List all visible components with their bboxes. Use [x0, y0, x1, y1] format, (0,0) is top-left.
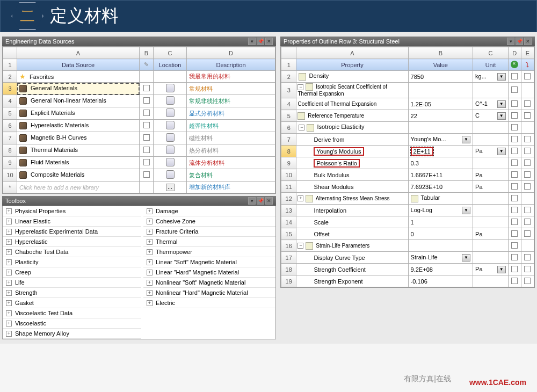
property-cell[interactable]: Display Curve Type — [296, 252, 408, 264]
suppress-cell[interactable] — [508, 275, 521, 287]
unit-cell[interactable] — [473, 275, 509, 287]
row-number[interactable]: 13 — [281, 205, 296, 216]
row-number[interactable]: 7 — [281, 134, 296, 146]
toolbox-item[interactable]: +Viscoelastic — [3, 318, 141, 329]
suppress-cell[interactable] — [508, 83, 521, 98]
unit-cell[interactable]: C▼ — [473, 110, 509, 122]
expand-icon[interactable]: + — [6, 300, 12, 306]
suppress-cell[interactable] — [508, 134, 521, 146]
row-number[interactable]: 6 — [281, 122, 296, 134]
value-cell[interactable]: 0.3 — [408, 157, 473, 169]
data-source-cell[interactable]: Magnetic B-H Curves — [17, 132, 140, 144]
expand-icon[interactable]: + — [6, 310, 12, 316]
unit-cell[interactable] — [473, 252, 509, 264]
toolbox-item[interactable]: +Linear "Hard" Magnetic Material — [143, 267, 275, 278]
property-cell[interactable]: Bulk Modulus — [296, 169, 408, 181]
col-b[interactable]: B — [140, 47, 154, 59]
expand-icon[interactable]: + — [6, 280, 12, 286]
expand-icon[interactable]: + — [6, 321, 12, 326]
expand-icon[interactable]: + — [147, 270, 153, 275]
unit-cell[interactable]: Pa — [473, 228, 509, 240]
properties-table[interactable]: A B C D E 1 Property Value Unit ⤵ — [281, 47, 534, 287]
param-cell[interactable] — [521, 71, 534, 83]
location-icon[interactable] — [166, 170, 175, 179]
data-source-cell[interactable]: Hyperelastic Materials — [17, 120, 140, 132]
row-number[interactable]: 8 — [281, 146, 296, 157]
checkbox[interactable] — [143, 159, 150, 165]
property-cell[interactable]: Reference Temperature — [296, 110, 408, 122]
data-source-cell[interactable]: Composite Materials — [17, 169, 140, 182]
toolbox-item[interactable]: +Hyperelastic — [3, 237, 141, 247]
value-cell[interactable]: Log-Log▼ — [408, 205, 473, 216]
expand-icon[interactable]: + — [6, 331, 12, 337]
row-number[interactable]: 12 — [281, 193, 296, 205]
row-number[interactable]: 10 — [281, 169, 296, 181]
unit-cell[interactable] — [473, 216, 509, 228]
expand-icon[interactable]: + — [147, 290, 153, 296]
pin-icon[interactable]: 📌 — [516, 38, 523, 45]
suppress-cell[interactable] — [508, 169, 521, 181]
checkbox[interactable] — [143, 85, 150, 91]
dropdown-icon[interactable]: ▾ — [248, 38, 256, 45]
toolbox-item[interactable]: +Nonlinear "Hard" Magnetic Material — [143, 288, 275, 298]
toolbox-item[interactable]: +Damage — [143, 206, 275, 216]
unit-cell[interactable] — [473, 83, 509, 98]
suppress-cell[interactable] — [508, 122, 521, 134]
location-cell[interactable] — [154, 107, 187, 120]
toolbox-item[interactable]: +Plasticity — [3, 257, 141, 267]
col-d[interactable]: D — [508, 47, 521, 59]
toolbox-item[interactable]: +Chaboche Test Data — [3, 247, 141, 257]
edit-checkbox-cell[interactable] — [140, 71, 154, 83]
property-cell[interactable]: Coefficient of Thermal Expansion — [296, 98, 408, 110]
checkbox[interactable] — [143, 171, 150, 178]
edit-checkbox-cell[interactable] — [140, 169, 154, 182]
suppress-cell[interactable] — [508, 98, 521, 110]
value-cell[interactable]: 9.2E+08 — [408, 264, 473, 275]
value-cell[interactable]: 22 — [408, 110, 473, 122]
data-source-cell[interactable]: Favorites — [17, 71, 140, 83]
property-cell[interactable]: Derive from — [296, 134, 408, 146]
dropdown-icon[interactable]: ▾ — [507, 38, 514, 45]
location-cell[interactable] — [154, 83, 187, 95]
dropdown-icon[interactable]: ▼ — [497, 266, 506, 273]
location-cell[interactable] — [154, 144, 187, 157]
suppress-cell[interactable] — [508, 264, 521, 275]
edit-checkbox-cell[interactable] — [140, 132, 154, 144]
row-number[interactable]: 14 — [281, 216, 296, 228]
toolbox-item[interactable]: +Creep — [3, 267, 141, 278]
suppress-cell[interactable] — [508, 71, 521, 83]
data-source-cell[interactable]: General Materials — [17, 83, 140, 95]
col-a[interactable]: A — [296, 47, 408, 59]
expand-icon[interactable]: + — [6, 229, 12, 235]
value-cell[interactable]: 1.2E-05 — [408, 98, 473, 110]
location-icon[interactable] — [166, 96, 175, 105]
property-cell[interactable]: − Isotropic Secant Coefficient of Therma… — [296, 83, 408, 98]
value-cell[interactable]: 0 — [408, 228, 473, 240]
panel-header[interactable]: Engineering Data Sources ▾ 📌 ✕ — [2, 37, 276, 46]
dropdown-icon[interactable]: ▼ — [497, 73, 506, 81]
panel-header[interactable]: Toolbox ▾ 📌 ✕ — [2, 196, 276, 206]
location-icon[interactable] — [166, 158, 175, 166]
row-number[interactable]: 5 — [3, 107, 17, 120]
location-icon[interactable] — [166, 133, 175, 142]
value-cell[interactable] — [408, 122, 473, 134]
dropdown-icon[interactable]: ▼ — [462, 207, 470, 214]
expand-icon[interactable]: + — [147, 219, 153, 224]
col-e[interactable]: E — [521, 47, 534, 59]
toolbox-item[interactable]: +Life — [3, 278, 141, 288]
suppress-cell[interactable] — [508, 193, 521, 205]
property-cell[interactable]: Offset — [296, 228, 408, 240]
toolbox-item[interactable]: +Gasket — [3, 298, 141, 308]
value-cell[interactable] — [408, 240, 473, 252]
edit-checkbox-cell[interactable] — [140, 83, 154, 95]
suppress-cell[interactable] — [508, 205, 521, 216]
unit-cell[interactable]: Pa▼ — [473, 264, 509, 275]
param-cell[interactable] — [521, 169, 534, 181]
row-number[interactable]: 16 — [281, 240, 296, 252]
suppress-cell[interactable] — [508, 240, 521, 252]
param-cell[interactable] — [521, 252, 534, 264]
collapse-icon[interactable]: + — [297, 195, 303, 201]
close-icon[interactable]: ✕ — [265, 38, 273, 45]
toolbox-item[interactable]: +Linear Elastic — [3, 216, 141, 227]
param-cell[interactable] — [521, 83, 534, 98]
